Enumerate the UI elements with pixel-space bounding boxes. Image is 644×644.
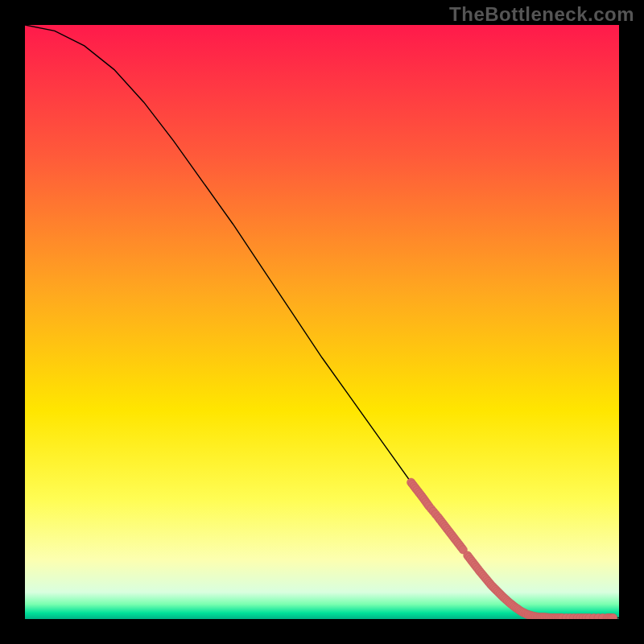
plot-area xyxy=(25,25,619,619)
watermark-text: TheBottleneck.com xyxy=(449,3,634,26)
plot-background xyxy=(25,25,619,619)
chart-frame: TheBottleneck.com xyxy=(0,0,644,644)
plot-svg xyxy=(25,25,619,619)
